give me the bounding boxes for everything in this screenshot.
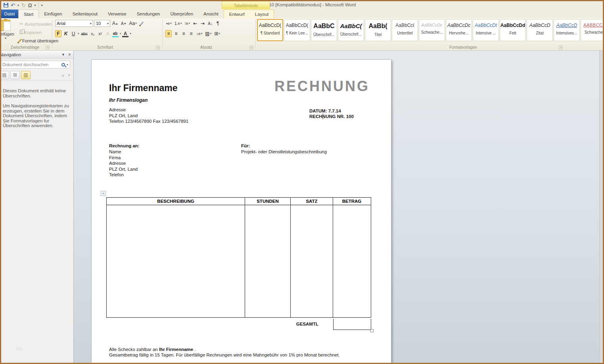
pages-icon: ⊞ <box>13 72 17 78</box>
document-page[interactable]: Ihr Firmenname Ihr Firmenslogan AdresseP… <box>91 59 391 364</box>
style-gallery-item[interactable]: AaBbCcI Untertitel <box>392 19 418 41</box>
font-color-button[interactable]: A <box>122 30 128 37</box>
grow-font-button[interactable]: A▲ <box>111 20 119 27</box>
indent-icon: ⇥ <box>201 21 205 26</box>
dropdown-icon: ▾ <box>170 22 172 25</box>
paragraph-launcher-icon[interactable]: ↘ <box>249 46 253 50</box>
style-gallery-item[interactable]: AaBbCcD Intensives... <box>554 19 580 41</box>
shrink-font-button[interactable]: A▼ <box>120 20 127 27</box>
table-cell-satz[interactable] <box>291 205 333 317</box>
multilevel-list-button[interactable]: ⁝≡▾ <box>184 20 191 27</box>
style-label: ¶ Standard <box>258 31 282 35</box>
font-color-dropdown-icon[interactable]: ▾ <box>130 32 131 35</box>
style-gallery-item[interactable]: AaBbCcDt Intensive ... <box>473 19 499 41</box>
browse-headings-tab[interactable]: ▤ <box>0 71 9 79</box>
ribbon-tab[interactable]: Seitenlayout <box>67 10 103 18</box>
decrease-indent-button[interactable]: ⇤ <box>192 20 198 27</box>
align-center-icon: ≡ <box>174 31 177 36</box>
ribbon-tab[interactable]: Sendungen <box>132 10 165 18</box>
tab-datei[interactable]: Datei <box>1 10 18 18</box>
show-paragraph-marks-button[interactable]: ¶ <box>215 20 221 27</box>
bill-to-line: PLZ Ort, Land <box>109 166 138 172</box>
styles-launcher-icon[interactable]: ↘ <box>559 46 563 50</box>
table-cell-beschreibung[interactable] <box>107 205 245 317</box>
ribbon-tab[interactable]: Ansicht <box>198 10 224 18</box>
style-gallery-item[interactable]: AaBbC( Überschrif... <box>338 19 364 41</box>
style-gallery-item[interactable]: AaBbC Überschrif... <box>311 19 337 41</box>
subscript-button[interactable]: x₂ <box>90 30 96 37</box>
bill-to-line: Firma <box>109 155 138 161</box>
highlight-color-button[interactable]: ab <box>112 30 119 37</box>
underline-dropdown-icon[interactable]: ▾ <box>78 32 79 35</box>
invoice-table-body[interactable] <box>107 205 371 317</box>
style-gallery-item[interactable]: AaBbCcD( ¶ Kein Lee... <box>284 19 310 41</box>
bullets-button[interactable]: •≡▾ <box>165 20 173 27</box>
table-header-cell: SATZ <box>291 198 333 205</box>
increase-indent-button[interactable]: ⇥ <box>199 20 206 27</box>
table-move-handle[interactable]: + <box>101 191 106 196</box>
document-search-input[interactable]: Dokument durchsuchen ▾ <box>0 61 70 69</box>
navigation-tabs: ▤ ⊞ ▥ ▲ ▼ <box>0 70 73 80</box>
paste-dropdown-icon[interactable]: ▾ <box>0 36 16 40</box>
vertical-scrollbar[interactable] <box>599 51 603 363</box>
style-label: Titel <box>365 32 391 37</box>
pane-close-icon[interactable]: × <box>68 52 71 57</box>
style-gallery-item[interactable]: AaBbCcD Zitat <box>527 19 553 41</box>
strikethrough-button[interactable]: abc <box>81 30 88 37</box>
table-header-cell: BETRAG <box>333 198 370 205</box>
style-preview: AaBbCcD( <box>284 23 310 28</box>
line-spacing-button[interactable]: ↕≡▾ <box>196 30 203 37</box>
pane-options-icon[interactable]: ▼ <box>61 53 65 57</box>
navigation-pane-title: Navigation <box>0 52 58 57</box>
search-icon[interactable] <box>61 63 65 67</box>
style-gallery-item[interactable]: AaBbCcDd Fett <box>500 19 526 41</box>
highlight-dropdown-icon[interactable]: ▾ <box>120 32 121 35</box>
align-center-button[interactable]: ≡ <box>173 30 179 37</box>
sort-button[interactable]: A↓ <box>207 20 213 27</box>
borders-button[interactable]: ⊞▾ <box>213 30 221 37</box>
style-preview: AaBbCcDd <box>500 23 525 28</box>
ribbon-tab[interactable]: Einfügen <box>39 10 67 18</box>
ribbon-tab[interactable]: Start <box>18 10 39 18</box>
clipboard-launcher-icon[interactable]: ↘ <box>46 46 50 50</box>
invoice-table[interactable]: BESCHREIBUNGSTUNDENSATZBETRAG <box>106 197 371 318</box>
superscript-button[interactable]: x² <box>97 30 104 37</box>
table-resize-handle[interactable] <box>370 329 374 332</box>
style-gallery-item[interactable]: AaBbCcDc Schwache... <box>419 19 445 41</box>
table-cell-betrag[interactable] <box>333 205 370 317</box>
dropdown-icon: ▾ <box>210 32 212 35</box>
underline-button[interactable]: U <box>70 30 77 37</box>
italic-button[interactable]: K <box>63 30 69 37</box>
company-slogan: Ihr Firmenslogan <box>109 97 148 103</box>
total-cell[interactable] <box>333 319 371 330</box>
bold-button[interactable]: F <box>55 30 61 37</box>
address-line: Telefon 123/4567890 Fax 123/4567891 <box>109 118 188 124</box>
font-name-combo[interactable]: Arial ▾ <box>55 20 93 27</box>
align-left-button[interactable]: ≡ <box>165 30 172 37</box>
align-right-button[interactable]: ≡ <box>180 30 187 37</box>
style-gallery-item[interactable]: AaBbCcDc Hervorhe... <box>446 19 472 41</box>
font-launcher-icon[interactable]: ↘ <box>156 46 160 50</box>
browse-pages-tab[interactable]: ⊞ <box>10 71 20 79</box>
company-address-block: AdressePLZ Ort, LandTelefon 123/4567890 … <box>109 107 188 124</box>
style-gallery-item[interactable]: AABBCCI Schwache <box>581 19 603 41</box>
navigation-pane: Navigation ▼ × Dokument durchsuchen ▾ ▤ … <box>0 51 74 363</box>
change-case-button[interactable]: Aa▾ <box>128 20 138 27</box>
justify-button[interactable]: ≡ <box>188 30 194 37</box>
numbering-button[interactable]: 1.≡▾ <box>174 20 183 27</box>
clear-formatting-button[interactable] <box>139 20 145 27</box>
search-options-icon[interactable]: ▾ <box>67 63 68 67</box>
shading-button[interactable]: ▨▾ <box>204 30 212 37</box>
style-gallery-item[interactable]: AaBbCcD( ¶ Standard <box>257 19 283 41</box>
browse-results-tab[interactable]: ▥ <box>21 71 31 79</box>
font-size-combo[interactable]: 10 ▾ <box>94 20 110 27</box>
ribbon-tab-contextual[interactable]: Entwurf <box>224 10 250 19</box>
table-cell-stunden[interactable] <box>245 205 291 317</box>
font-name-dropdown-icon[interactable]: ▾ <box>90 22 92 25</box>
style-gallery-item[interactable]: AaBb( Titel <box>365 19 391 41</box>
ribbon-tab[interactable]: Überprüfen <box>165 10 199 18</box>
paste-button[interactable]: Einfügen ▾ <box>0 19 16 44</box>
ribbon-tab-contextual[interactable]: Layout <box>250 10 274 19</box>
ribbon-tab[interactable]: Verweise <box>103 10 132 18</box>
font-size-dropdown-icon[interactable]: ▾ <box>107 22 109 25</box>
